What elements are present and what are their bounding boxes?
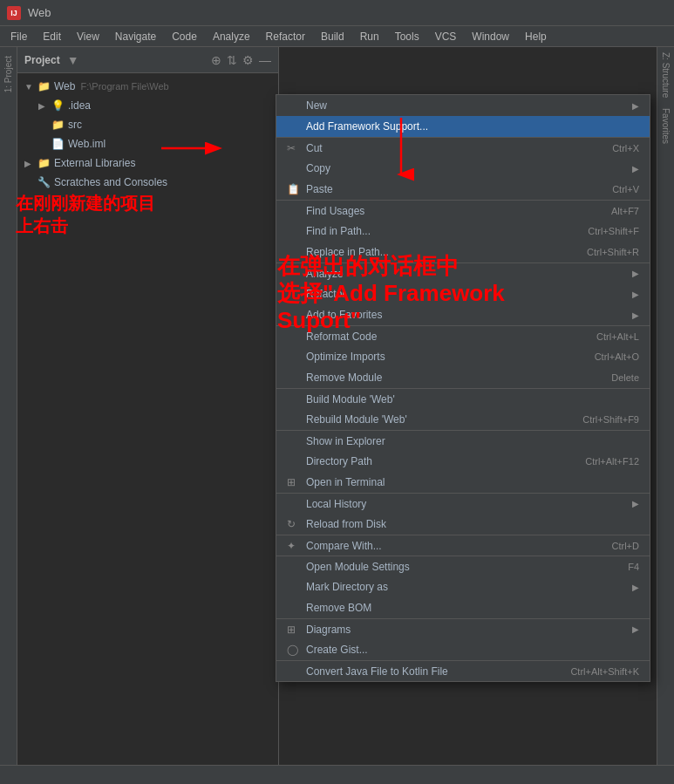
settings-icon[interactable]: ⚙	[242, 53, 254, 67]
context-menu-item-reload-disk[interactable]: ↻Reload from Disk	[276, 514, 650, 535]
context-menu-item-directory-path[interactable]: Directory PathCtrl+Alt+F12	[276, 451, 650, 472]
menu-item-tools[interactable]: Tools	[388, 29, 426, 44]
context-menu: New▶Add Framework Support...✂CutCtrl+XCo…	[276, 94, 650, 682]
context-menu-submenu-arrow: ▶	[632, 499, 639, 508]
context-menu-label: Optimize Imports	[306, 351, 577, 363]
context-menu-label: Cut	[306, 142, 595, 154]
locate-icon[interactable]: ⊕	[211, 53, 221, 67]
tree-item[interactable]: 📁src	[17, 115, 278, 134]
context-menu-item-new[interactable]: New▶	[276, 95, 650, 116]
context-menu-shortcut: Ctrl+Alt+F12	[585, 456, 639, 467]
project-title: Project	[24, 54, 60, 66]
tree-node-icon: 📁	[37, 156, 51, 170]
menu-item-file[interactable]: File	[3, 29, 34, 44]
tree-item[interactable]: ▶📁External Libraries	[17, 153, 278, 173]
project-tree: ▼📁WebF:\Program File\Web▶💡.idea📁src📄Web.…	[17, 73, 278, 784]
context-menu-item-compare-with[interactable]: ✦Compare With...Ctrl+D	[276, 535, 650, 556]
menu-item-view[interactable]: View	[70, 29, 106, 44]
tree-node-label: Scratches and Consoles	[54, 176, 167, 188]
tree-node-path: F:\Program File\Web	[80, 81, 168, 92]
context-menu-label: Reload from Disk	[306, 518, 639, 530]
tree-node-label: Web	[54, 80, 75, 92]
context-menu-submenu-arrow: ▶	[632, 269, 639, 278]
tree-expand-arrow[interactable]: ▶	[24, 159, 37, 168]
menu-item-vcs[interactable]: VCS	[428, 29, 464, 44]
context-menu-item-local-history[interactable]: Local History▶	[276, 493, 650, 514]
context-menu-label: Compare With...	[306, 540, 595, 552]
context-menu-label: Remove BOM	[306, 602, 639, 614]
context-menu-item-paste[interactable]: 📋PasteCtrl+V	[276, 179, 650, 200]
context-menu-label: Open in Terminal	[306, 476, 639, 488]
header-dropdown-icon[interactable]: ▼	[67, 53, 79, 67]
menu-item-run[interactable]: Run	[353, 29, 386, 44]
sort-icon[interactable]: ⇅	[227, 53, 237, 67]
context-menu-item-copy[interactable]: Copy▶	[276, 158, 650, 179]
menu-item-edit[interactable]: Edit	[36, 29, 68, 44]
context-menu-label: Analyze	[306, 268, 629, 280]
sidebar-item-structure[interactable]: Z: Structure	[659, 47, 672, 103]
context-menu-label: Add to Favorites	[306, 309, 629, 321]
context-menu-label: Remove Module	[306, 372, 594, 384]
context-menu-item-add-framework[interactable]: Add Framework Support...	[276, 116, 650, 137]
project-header-icons: ⊕ ⇅ ⚙ —	[211, 53, 271, 67]
context-menu-item-cut[interactable]: ✂CutCtrl+X	[276, 137, 650, 158]
tree-item[interactable]: 🔧Scratches and Consoles	[17, 173, 278, 192]
menu-item-icon: ✂	[287, 142, 301, 154]
menu-item-icon: ✦	[287, 540, 301, 552]
context-menu-item-show-explorer[interactable]: Show in Explorer	[276, 430, 650, 451]
context-menu-shortcut: Ctrl+Alt+Shift+K	[570, 666, 639, 677]
context-menu-label: Diagrams	[306, 624, 629, 636]
context-menu-item-find-usages[interactable]: Find UsagesAlt+F7	[276, 200, 650, 221]
context-menu-shortcut: Ctrl+Alt+O	[595, 351, 639, 362]
menu-item-build[interactable]: Build	[314, 29, 351, 44]
context-menu-item-remove-bom[interactable]: Remove BOM	[276, 597, 650, 618]
context-menu-item-find-in-path[interactable]: Find in Path...Ctrl+Shift+F	[276, 221, 650, 242]
context-menu-item-mark-directory[interactable]: Mark Directory as▶	[276, 576, 650, 597]
context-menu-item-reformat-code[interactable]: Reformat CodeCtrl+Alt+L	[276, 325, 650, 346]
tree-node-label: Web.iml	[68, 138, 106, 150]
context-menu-item-rebuild-module[interactable]: Rebuild Module 'Web'Ctrl+Shift+F9	[276, 409, 650, 430]
context-menu-item-optimize-imports[interactable]: Optimize ImportsCtrl+Alt+O	[276, 346, 650, 367]
menu-item-icon: ⊞	[287, 476, 301, 488]
tree-node-icon: 📁	[51, 118, 65, 132]
tree-item[interactable]: 📄Web.iml	[17, 134, 278, 153]
context-menu-label: Refactor	[306, 288, 629, 300]
sidebar-item-favorites[interactable]: Favorites	[659, 103, 672, 149]
context-menu-item-convert-java[interactable]: Convert Java File to Kotlin FileCtrl+Alt…	[276, 660, 650, 681]
context-menu-shortcut: Ctrl+D	[612, 541, 639, 551]
context-menu-item-remove-module[interactable]: Remove ModuleDelete	[276, 367, 650, 388]
tree-expand-arrow[interactable]: ▶	[38, 101, 51, 111]
collapse-icon[interactable]: —	[259, 53, 271, 67]
context-menu-label: Build Module 'Web'	[306, 393, 639, 406]
context-menu-submenu-arrow: ▶	[632, 290, 639, 299]
menu-item-navigate[interactable]: Navigate	[108, 29, 163, 44]
tree-item[interactable]: ▼📁WebF:\Program File\Web	[17, 77, 278, 96]
context-menu-shortcut: Alt+F7	[611, 206, 639, 216]
context-menu-item-replace-in-path[interactable]: Replace in Path...Ctrl+Shift+R	[276, 242, 650, 262]
context-menu-item-diagrams[interactable]: ⊞Diagrams▶	[276, 618, 650, 639]
menu-item-refactor[interactable]: Refactor	[259, 29, 312, 44]
title-bar-text: Web	[28, 6, 51, 19]
context-menu-item-add-favorites[interactable]: Add to Favorites▶	[276, 304, 650, 325]
context-menu-label: Mark Directory as	[306, 581, 629, 593]
context-menu-item-open-module-settings[interactable]: Open Module SettingsF4	[276, 556, 650, 576]
context-menu-label: Show in Explorer	[306, 435, 639, 447]
context-menu-item-refactor[interactable]: Refactor▶	[276, 283, 650, 304]
tree-expand-arrow[interactable]: ▼	[24, 82, 37, 92]
context-menu-item-create-gist[interactable]: ◯Create Gist...	[276, 639, 650, 660]
context-menu-shortcut: Ctrl+Alt+L	[596, 331, 639, 342]
menu-item-window[interactable]: Window	[465, 29, 516, 44]
context-menu-submenu-arrow: ▶	[632, 101, 639, 111]
context-menu-item-build-module[interactable]: Build Module 'Web'	[276, 388, 650, 409]
tree-item[interactable]: ▶💡.idea	[17, 96, 278, 115]
right-tabs: Z: Structure Favorites	[657, 47, 674, 784]
menu-item-analyze[interactable]: Analyze	[206, 29, 257, 44]
menu-item-code[interactable]: Code	[165, 29, 204, 44]
menu-item-help[interactable]: Help	[518, 29, 554, 44]
title-bar: IJ Web	[0, 0, 674, 26]
context-menu-item-analyze[interactable]: Analyze▶	[276, 262, 650, 283]
context-menu-label: Find Usages	[306, 205, 594, 217]
context-menu-item-open-terminal[interactable]: ⊞Open in Terminal	[276, 472, 650, 493]
sidebar-item-project[interactable]: 1: Project	[2, 51, 15, 98]
context-menu-submenu-arrow: ▶	[632, 583, 639, 592]
